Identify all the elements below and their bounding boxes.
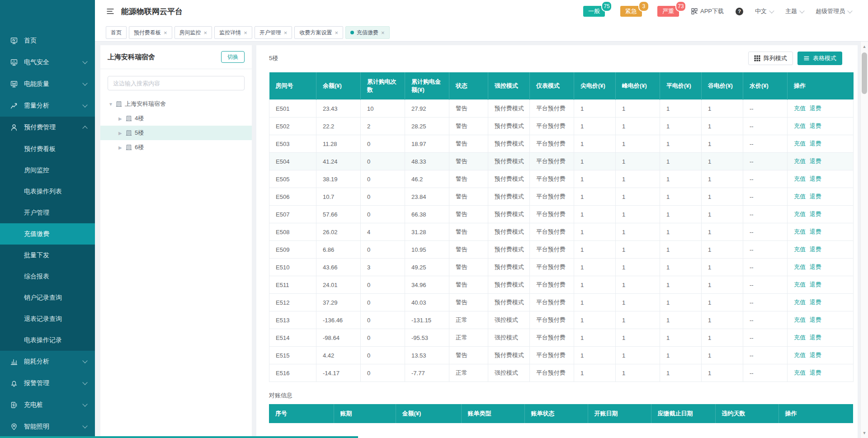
close-icon[interactable]: × — [284, 30, 288, 36]
sidebar-subitem[interactable]: 开户管理 — [0, 202, 95, 223]
recharge-link[interactable]: 充值 — [794, 193, 806, 200]
tree-expand-icon[interactable]: ▶ — [118, 145, 126, 150]
menu-collapse-icon[interactable] — [106, 7, 115, 16]
sidebar-subitem[interactable]: 充值缴费 — [0, 223, 95, 245]
scroll-down-arrow[interactable]: ▼ — [861, 431, 868, 435]
recharge-link[interactable]: 充值 — [794, 158, 806, 165]
sidebar-subitem[interactable]: 电表操作记录 — [0, 330, 95, 351]
refund-link[interactable]: 退费 — [810, 105, 821, 112]
switch-building-button[interactable]: 切换 — [221, 51, 245, 63]
sidebar-subitem[interactable]: 预付费看板 — [0, 138, 95, 160]
demand-icon — [10, 102, 18, 110]
refund-link[interactable]: 退费 — [810, 246, 821, 253]
sidebar-subitem[interactable]: 批量下发 — [0, 245, 95, 266]
refund-link[interactable]: 退费 — [810, 228, 821, 235]
close-icon[interactable]: × — [204, 30, 208, 36]
tree-expand-icon[interactable]: ▼ — [108, 102, 116, 107]
tree-expand-icon[interactable]: ▶ — [118, 116, 126, 121]
sidebar-subitem[interactable]: 销户记录查询 — [0, 287, 95, 308]
alarm-badge[interactable]: 一般75 — [583, 6, 605, 17]
horizontal-scrollbar-thumb[interactable] — [0, 436, 358, 438]
table-cell: 66.38 — [405, 206, 449, 223]
table-cell: -- — [743, 118, 788, 135]
refund-link[interactable]: 退费 — [810, 352, 821, 358]
sidebar-item-charger[interactable]: 充电桩 — [0, 394, 95, 416]
app-download[interactable]: APP下载 — [691, 7, 724, 15]
recharge-link[interactable]: 充值 — [794, 228, 806, 235]
recharge-link[interactable]: 充值 — [794, 334, 806, 341]
recharge-link[interactable]: 充值 — [794, 369, 806, 376]
sidebar-subitem[interactable]: 退表记录查询 — [0, 308, 95, 330]
recharge-link[interactable]: 充值 — [794, 299, 806, 306]
tab-item[interactable]: 开户管理× — [255, 26, 292, 39]
tree-search-input[interactable] — [108, 76, 245, 90]
sidebar-item-energy[interactable]: 能耗分析 — [0, 351, 95, 372]
sidebar-item-prepaid[interactable]: 预付费管理 — [0, 117, 95, 138]
column-header: 开账日期 — [588, 404, 651, 423]
sidebar-item-alarm[interactable]: 报警管理 — [0, 372, 95, 394]
refund-link[interactable]: 退费 — [810, 281, 821, 288]
table-cell: 平台预付费 — [530, 135, 574, 153]
recharge-link[interactable]: 充值 — [794, 122, 806, 129]
refund-link[interactable]: 退费 — [810, 369, 821, 376]
sidebar-item-quality[interactable]: 电能质量 — [0, 73, 95, 95]
recharge-link[interactable]: 充值 — [794, 211, 806, 217]
recharge-link[interactable]: 充值 — [794, 264, 806, 270]
close-icon[interactable]: × — [381, 30, 385, 36]
refund-link[interactable]: 退费 — [810, 193, 821, 200]
view-mode-grid-button[interactable]: 阵列模式 — [748, 52, 793, 65]
close-icon[interactable]: × — [164, 30, 167, 36]
sidebar-subitem[interactable]: 电表操作列表 — [0, 181, 95, 202]
sidebar-item-safety[interactable]: 电气安全 — [0, 52, 95, 73]
refund-link[interactable]: 退费 — [810, 264, 821, 270]
tree-node-label: 6楼 — [135, 143, 144, 151]
table-cell: 1 — [574, 294, 616, 311]
recharge-link[interactable]: 充值 — [794, 105, 806, 112]
tree-node-floor[interactable]: ▶5楼 — [100, 126, 252, 140]
tab-item[interactable]: 收费方案设置× — [294, 26, 343, 39]
table-cell: 1 — [574, 188, 616, 206]
refund-link[interactable]: 退费 — [810, 299, 821, 306]
refund-link[interactable]: 退费 — [810, 140, 821, 147]
table-cell: 1 — [660, 153, 702, 170]
language-dropdown[interactable]: 中文 — [755, 7, 774, 15]
tree-node-floor[interactable]: ▶6楼 — [100, 140, 252, 155]
alarm-badge[interactable]: 紧急3 — [620, 6, 642, 17]
tab-item[interactable]: 预付费看板× — [129, 26, 172, 39]
sidebar-subitem[interactable]: 房间监控 — [0, 160, 95, 181]
tree-node-root[interactable]: ▼上海安科瑞宿舍 — [100, 97, 252, 111]
tree-expand-icon[interactable]: ▶ — [118, 131, 126, 136]
help-button[interactable]: ? — [736, 8, 743, 15]
tab-item[interactable]: 首页 — [106, 26, 127, 39]
view-mode-list-button[interactable]: 表格模式 — [797, 52, 842, 65]
tab-item[interactable]: 监控详情× — [214, 26, 252, 39]
table-cell: 预付费模式 — [488, 259, 530, 276]
sidebar-item-demand[interactable]: 需量分析 — [0, 95, 95, 117]
recharge-link[interactable]: 充值 — [794, 352, 806, 358]
user-dropdown[interactable]: 超级管理员 — [816, 7, 852, 15]
recharge-link[interactable]: 充值 — [794, 246, 806, 253]
recharge-link[interactable]: 充值 — [794, 316, 806, 323]
table-cell: 警告 — [449, 259, 488, 276]
refund-link[interactable]: 退费 — [810, 334, 821, 341]
close-icon[interactable]: × — [335, 30, 338, 36]
alarm-badge[interactable]: 严重73 — [657, 6, 679, 17]
refund-link[interactable]: 退费 — [810, 175, 821, 182]
scroll-up-arrow[interactable]: ▲ — [861, 44, 868, 49]
tab-active[interactable]: 充值缴费× — [345, 26, 390, 39]
recharge-link[interactable]: 充值 — [794, 140, 806, 147]
refund-link[interactable]: 退费 — [810, 122, 821, 129]
tab-item[interactable]: 房间监控× — [175, 26, 212, 39]
refund-link[interactable]: 退费 — [810, 158, 821, 165]
sidebar-item-home[interactable]: 首页 — [0, 30, 95, 52]
sidebar-item-lighting[interactable]: 智能照明 — [0, 416, 95, 438]
recharge-link[interactable]: 充值 — [794, 281, 806, 288]
recharge-link[interactable]: 充值 — [794, 175, 806, 182]
refund-link[interactable]: 退费 — [810, 316, 821, 323]
vertical-scrollbar-thumb[interactable] — [862, 52, 867, 94]
sidebar-subitem[interactable]: 综合报表 — [0, 266, 95, 287]
tree-node-floor[interactable]: ▶4楼 — [100, 111, 252, 126]
theme-dropdown[interactable]: 主题 — [785, 7, 804, 15]
close-icon[interactable]: × — [244, 30, 247, 36]
refund-link[interactable]: 退费 — [810, 211, 821, 217]
